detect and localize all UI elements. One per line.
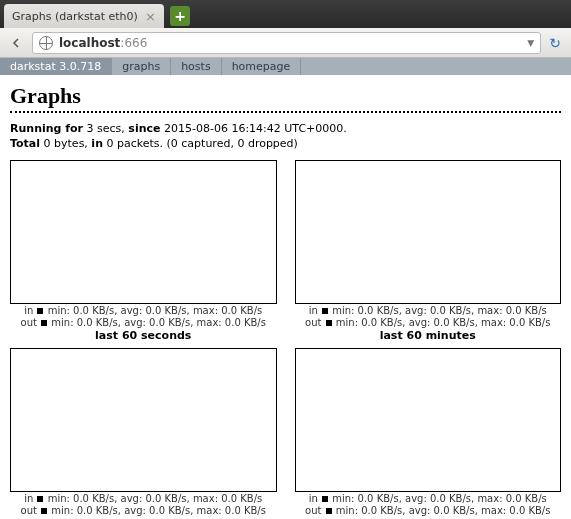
close-icon[interactable]: × [145, 9, 156, 24]
graph-title: last 60 seconds [10, 329, 277, 342]
in-label: in [91, 137, 103, 150]
square-icon [41, 508, 47, 514]
nav-graphs[interactable]: graphs [112, 58, 171, 75]
graphs-grid: in min: 0.0 KB/s, avg: 0.0 KB/s, max: 0.… [10, 160, 561, 519]
total-label: Total [10, 137, 40, 150]
url-input[interactable]: localhost:666 ▼ [32, 32, 541, 54]
captured-dropped: (0 captured, 0 dropped) [167, 137, 298, 150]
since-label: since [128, 122, 160, 135]
chevron-left-icon [12, 38, 22, 48]
globe-icon [39, 36, 53, 50]
page-title: Graphs [10, 83, 561, 109]
square-icon [41, 320, 47, 326]
graph-cell: in min: 0.0 KB/s, avg: 0.0 KB/s, max: 0.… [295, 160, 562, 342]
url-text: localhost:666 [59, 36, 521, 50]
since-value: 2015-08-06 16:14:42 UTC+0000 [164, 122, 343, 135]
nav-homepage[interactable]: homepage [222, 58, 302, 75]
browser-tab[interactable]: Graphs (darkstat eth0) × [4, 4, 164, 28]
tab-title: Graphs (darkstat eth0) [12, 10, 138, 23]
packets-value: 0 packets. [106, 137, 163, 150]
graph-cell: in min: 0.0 KB/s, avg: 0.0 KB/s, max: 0.… [10, 160, 277, 342]
new-tab-button[interactable]: + [170, 6, 190, 26]
graph-stat-in: in min: 0.0 KB/s, avg: 0.0 KB/s, max: 0.… [10, 305, 277, 316]
address-bar: localhost:666 ▼ ↻ [0, 28, 571, 58]
app-version: darkstat 3.0.718 [0, 58, 112, 75]
graph-stat-in: in min: 0.0 KB/s, avg: 0.0 KB/s, max: 0.… [10, 493, 277, 504]
url-host: localhost [59, 36, 120, 50]
graph-stat-out: out min: 0.0 KB/s, avg: 0.0 KB/s, max: 0… [295, 317, 562, 328]
divider [10, 111, 561, 113]
graph-stat-in: in min: 0.0 KB/s, avg: 0.0 KB/s, max: 0.… [295, 305, 562, 316]
square-icon [326, 320, 332, 326]
total-bytes: 0 bytes, [44, 137, 88, 150]
graph-cell: in min: 0.0 KB/s, avg: 0.0 KB/s, max: 0.… [10, 348, 277, 519]
app-nav: darkstat 3.0.718 graphs hosts homepage [0, 58, 571, 75]
graph-title: last 60 minutes [295, 329, 562, 342]
browser-tab-strip: Graphs (darkstat eth0) × + [0, 0, 571, 28]
graph-canvas [295, 160, 562, 304]
graph-cell: in min: 0.0 KB/s, avg: 0.0 KB/s, max: 0.… [295, 348, 562, 519]
square-icon [322, 496, 328, 502]
graph-stat-out: out min: 0.0 KB/s, avg: 0.0 KB/s, max: 0… [10, 505, 277, 516]
running-value: 3 secs, [87, 122, 125, 135]
graph-canvas [295, 348, 562, 492]
graph-canvas [10, 348, 277, 492]
graph-stat-in: in min: 0.0 KB/s, avg: 0.0 KB/s, max: 0.… [295, 493, 562, 504]
back-button[interactable] [6, 32, 28, 54]
square-icon [37, 496, 43, 502]
graph-stat-out: out min: 0.0 KB/s, avg: 0.0 KB/s, max: 0… [10, 317, 277, 328]
reload-icon[interactable]: ↻ [545, 35, 565, 51]
graph-canvas [10, 160, 277, 304]
square-icon [37, 308, 43, 314]
nav-hosts[interactable]: hosts [171, 58, 221, 75]
graph-stat-out: out min: 0.0 KB/s, avg: 0.0 KB/s, max: 0… [295, 505, 562, 516]
square-icon [326, 508, 332, 514]
square-icon [322, 308, 328, 314]
url-port: :666 [120, 36, 147, 50]
chevron-down-icon[interactable]: ▼ [527, 38, 534, 48]
page-content: Graphs Running for 3 secs, since 2015-08… [0, 75, 571, 519]
status-block: Running for 3 secs, since 2015-08-06 16:… [10, 121, 561, 152]
running-label: Running for [10, 122, 83, 135]
